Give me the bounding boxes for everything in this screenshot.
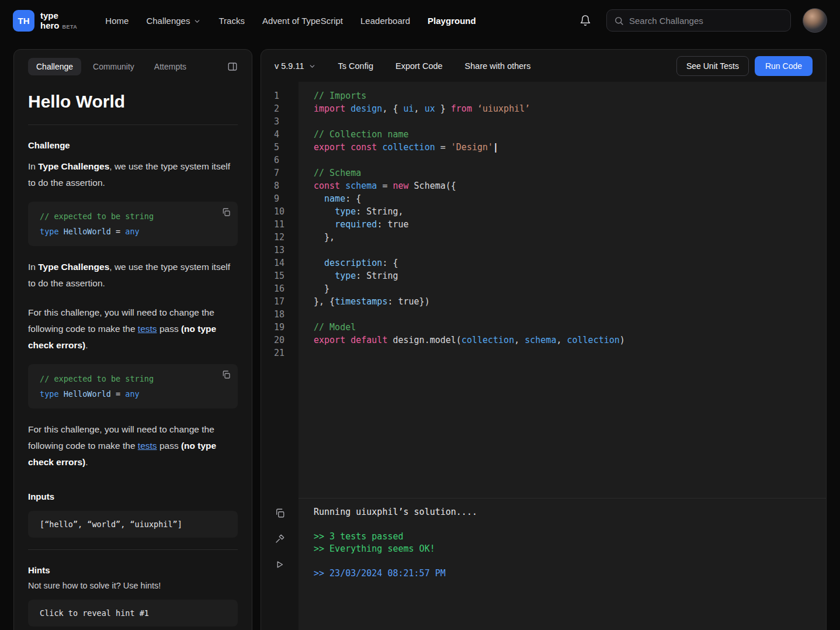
nav-item-leaderboard[interactable]: Leaderboard bbox=[360, 16, 410, 26]
code-line[interactable]: export const collection = 'Design'| bbox=[314, 141, 826, 154]
editor-gutter: 123456789101112131415161718192021 bbox=[261, 82, 298, 498]
code-line[interactable]: type: String bbox=[314, 269, 826, 282]
snippet-code-line: type HelloWorld = any bbox=[40, 224, 226, 239]
nav-item-tracks[interactable]: Tracks bbox=[218, 16, 244, 26]
copy-icon[interactable] bbox=[221, 370, 231, 379]
snippet-comment: // expected to be string bbox=[40, 209, 226, 224]
code-editor[interactable]: 123456789101112131415161718192021 // Imp… bbox=[261, 82, 826, 498]
code-line[interactable]: // Schema bbox=[314, 167, 826, 179]
code-line[interactable]: const schema = new Schema({ bbox=[314, 179, 826, 192]
see-unit-tests-button[interactable]: See Unit Tests bbox=[676, 56, 749, 76]
line-number: 20 bbox=[274, 334, 298, 347]
tests-link[interactable]: tests bbox=[138, 441, 157, 451]
panel-split-icon[interactable] bbox=[227, 61, 238, 72]
code-line[interactable] bbox=[314, 347, 826, 359]
code-line[interactable]: name: { bbox=[314, 192, 826, 205]
panel-tabs: Challenge Community Attempts bbox=[28, 58, 238, 75]
code-line[interactable]: export default design.model(collection, … bbox=[314, 334, 826, 347]
code-line[interactable]: // Model bbox=[314, 321, 826, 334]
line-number: 6 bbox=[274, 154, 298, 167]
nav-item-home[interactable]: Home bbox=[105, 16, 129, 26]
console-line bbox=[314, 518, 826, 531]
tab-attempts[interactable]: Attempts bbox=[146, 58, 195, 75]
nav-item-challenges[interactable]: Challenges bbox=[146, 16, 201, 26]
run-code-button[interactable]: Run Code bbox=[755, 56, 813, 76]
code-line[interactable]: }, {timestamps: true}) bbox=[314, 295, 826, 308]
nav-item-playground[interactable]: Playground bbox=[428, 16, 476, 26]
nav-right bbox=[579, 8, 827, 33]
main-content: Challenge Community Attempts Hello World… bbox=[0, 41, 840, 630]
tests-link[interactable]: tests bbox=[138, 324, 157, 334]
brand-line1: type bbox=[40, 11, 77, 20]
code-line[interactable] bbox=[314, 308, 826, 321]
code-line[interactable]: type: String, bbox=[314, 205, 826, 218]
top-navbar: TH type heroBETA Home Challenges Tracks … bbox=[0, 0, 840, 41]
nav-item-advent[interactable]: Advent of TypeScript bbox=[262, 16, 343, 26]
line-number: 15 bbox=[274, 269, 298, 282]
tab-community[interactable]: Community bbox=[85, 58, 143, 75]
code-line[interactable] bbox=[314, 154, 826, 167]
divider bbox=[28, 124, 238, 125]
line-number: 5 bbox=[274, 141, 298, 154]
beta-badge: BETA bbox=[63, 24, 78, 30]
code-line[interactable]: import design, { ui, ux } from ‘uiuxphil… bbox=[314, 102, 826, 115]
challenge-panel: Challenge Community Attempts Hello World… bbox=[13, 49, 252, 630]
code-line[interactable]: }, bbox=[314, 231, 826, 244]
console-panel: Running uiuxphil’s solution.... >> 3 tes… bbox=[261, 499, 826, 630]
line-number: 16 bbox=[274, 282, 298, 295]
line-number: 2 bbox=[274, 102, 298, 115]
divider bbox=[28, 549, 238, 550]
hint-item[interactable]: Click to reveal hint #1 bbox=[28, 600, 238, 626]
line-number: 13 bbox=[274, 244, 298, 257]
export-code-button[interactable]: Export Code bbox=[395, 61, 443, 71]
code-line[interactable] bbox=[314, 115, 826, 128]
challenge-paragraph: In Type Challenges, we use the type syst… bbox=[28, 158, 238, 191]
code-line[interactable]: required: true bbox=[314, 218, 826, 231]
code-snippet: // expected to be string type HelloWorld… bbox=[28, 202, 238, 246]
logo[interactable]: TH bbox=[13, 10, 34, 32]
chevron-down-icon bbox=[193, 18, 201, 25]
brand-text: type heroBETA bbox=[40, 11, 77, 31]
copy-icon[interactable] bbox=[221, 207, 231, 217]
toolbar-actions: See Unit Tests Run Code bbox=[676, 56, 813, 76]
console-copy-icon[interactable] bbox=[275, 508, 285, 518]
page-title: Hello World bbox=[28, 92, 238, 112]
brand[interactable]: TH type heroBETA bbox=[13, 10, 77, 32]
search-box bbox=[606, 9, 791, 32]
console-output: Running uiuxphil’s solution.... >> 3 tes… bbox=[298, 499, 826, 630]
tsconfig-button[interactable]: Ts Config bbox=[338, 61, 373, 71]
code-line[interactable]: // Imports bbox=[314, 89, 826, 102]
snippet-code-line: type HelloWorld = any bbox=[40, 386, 226, 401]
line-number: 11 bbox=[274, 218, 298, 231]
line-number: 19 bbox=[274, 321, 298, 334]
line-number: 14 bbox=[274, 257, 298, 269]
code-line[interactable]: // Collection name bbox=[314, 128, 826, 141]
console-play-icon[interactable] bbox=[275, 559, 285, 570]
code-line[interactable] bbox=[314, 244, 826, 257]
console-clear-icon[interactable] bbox=[275, 534, 285, 544]
challenge-paragraph: In Type Challenges, we use the type syst… bbox=[28, 259, 238, 292]
share-button[interactable]: Share with others bbox=[465, 61, 531, 71]
code-snippet: // expected to be string type HelloWorld… bbox=[28, 364, 238, 409]
challenge-paragraph: For this challenge, you will need to cha… bbox=[28, 304, 238, 354]
search-input[interactable] bbox=[629, 16, 783, 26]
tab-challenge[interactable]: Challenge bbox=[28, 58, 81, 75]
version-select[interactable]: v 5.9.11 bbox=[275, 61, 316, 71]
user-avatar[interactable] bbox=[803, 8, 827, 33]
section-heading-challenge: Challenge bbox=[28, 140, 238, 150]
line-number: 4 bbox=[274, 128, 298, 141]
line-number: 18 bbox=[274, 308, 298, 321]
line-number: 8 bbox=[274, 179, 298, 192]
editor-code[interactable]: // Importsimport design, { ui, ux } from… bbox=[298, 82, 826, 498]
line-number: 1 bbox=[274, 89, 298, 102]
brand-line2: heroBETA bbox=[40, 20, 77, 30]
code-line[interactable]: } bbox=[314, 282, 826, 295]
inputs-value: [“hello”, “world”, “uiuxphil”] bbox=[28, 511, 238, 538]
line-number: 10 bbox=[274, 205, 298, 218]
notification-bell-icon[interactable] bbox=[579, 15, 591, 26]
console-line bbox=[314, 555, 826, 567]
code-line[interactable]: description: { bbox=[314, 257, 826, 269]
chevron-down-icon bbox=[308, 63, 316, 70]
line-number: 3 bbox=[274, 115, 298, 128]
search-icon bbox=[614, 16, 624, 26]
